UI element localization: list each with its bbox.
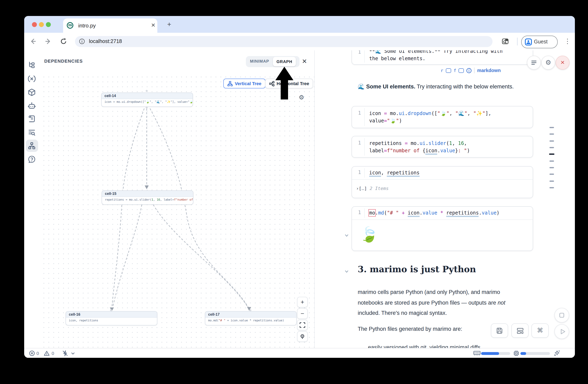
graph-node-cell-16[interactable]: cell-16 icon, repetitions <box>65 311 157 326</box>
zoom-out-button[interactable]: − <box>297 308 308 319</box>
markdown-source-cell[interactable]: 1 **🌊 Some UI elements.** Try interactin… <box>352 50 533 65</box>
autorun-disabled-icon[interactable] <box>62 350 68 357</box>
chevron-down-icon[interactable] <box>71 352 75 355</box>
traffic-zoom-button[interactable] <box>46 22 51 27</box>
node-code: icon = mo.ui.dropdown(["🍃", "🌊", "✨"], v… <box>102 99 193 104</box>
view-mode-tabs: MINIMAP GRAPH <box>246 56 299 67</box>
code-cell-momd[interactable]: 1 mo.md("# " + icon.value * repetitions.… <box>352 206 533 251</box>
browser-tab[interactable]: m intro.py ✕ <box>63 19 157 33</box>
node-title: cell-15 <box>102 191 193 197</box>
profile-button[interactable]: Guest <box>521 36 558 48</box>
shortcuts-button[interactable]: ⌘ <box>531 323 549 338</box>
shortcut-f-label: f <box>454 68 456 73</box>
toggle-r-checkbox[interactable] <box>446 68 451 73</box>
tab-search-icon[interactable] <box>502 38 509 45</box>
dependency-graph-icon[interactable] <box>27 142 36 150</box>
center-node-button[interactable] <box>297 331 308 342</box>
back-icon[interactable] <box>29 38 37 45</box>
help-icon[interactable] <box>27 155 36 164</box>
line-number: 1 <box>352 210 361 215</box>
markdown-toggle[interactable]: markdown <box>477 68 501 73</box>
cell-marker[interactable] <box>549 187 554 188</box>
variables-icon[interactable] <box>27 75 36 83</box>
logs-search-icon[interactable] <box>27 128 36 137</box>
cell-marker[interactable] <box>549 173 554 174</box>
vertical-tree-label: Vertical Tree <box>235 81 261 86</box>
cell-marker-active[interactable] <box>549 154 554 155</box>
errors-icon[interactable] <box>29 350 35 356</box>
url-bar[interactable]: localhost:2718 <box>75 36 493 47</box>
run-all-button[interactable] <box>554 324 569 339</box>
cell-output-collapsed-list: ›[…] 2 Items <box>352 179 533 199</box>
code-cell-slider[interactable]: 1 repetitions = mo.ui.slider(1, 16, labe… <box>352 136 533 158</box>
cell-code[interactable]: icon = mo.ui.dropdown(["🍃", "🌊", "✨"], v… <box>369 110 491 124</box>
traffic-close-button[interactable] <box>32 22 37 27</box>
site-info-icon[interactable] <box>79 38 85 44</box>
graph-canvas[interactable]: Vertical Tree Horizontal Tree ⚙ cell-14 … <box>39 73 314 348</box>
warnings-icon[interactable] <box>44 350 50 356</box>
interrupt-button[interactable] <box>554 308 569 323</box>
cell-marker[interactable] <box>549 160 554 161</box>
cell-code[interactable]: icon, repetitions <box>369 170 420 177</box>
browser-menu-icon[interactable]: ⋮ <box>564 37 571 45</box>
vertical-tree-icon <box>227 81 233 86</box>
section-paragraph-cut: easily versioned with git, yielding mini… <box>368 342 481 348</box>
save-button[interactable] <box>491 323 508 338</box>
notebook-menu-button[interactable] <box>527 56 541 70</box>
graph-node-cell-17[interactable]: cell-17 mo.md("# " + icon.value * repeti… <box>205 311 297 326</box>
fit-view-button[interactable] <box>297 320 308 330</box>
collapse-chevron-icon[interactable] <box>344 233 349 238</box>
cell-marker[interactable] <box>549 147 554 148</box>
markdown-output: 🌊 Some UI elements. Try interacting with… <box>358 83 514 90</box>
graph-node-cell-15[interactable]: cell-15 repetitions = mo.ui.slider(1, 16… <box>102 190 193 205</box>
section-collapse-chevron-icon[interactable] <box>344 269 349 274</box>
screen: m intro.py ✕ + localhost:2718 Guest ⋮ <box>0 0 588 384</box>
horizontal-tree-button[interactable]: Horizontal Tree <box>265 78 313 88</box>
save-icon <box>496 327 503 334</box>
info-icon[interactable] <box>466 68 472 73</box>
tab-minimap[interactable]: MINIMAP <box>250 59 269 63</box>
graph-settings-icon[interactable]: ⚙ <box>299 94 304 101</box>
cell-marker[interactable] <box>549 167 554 168</box>
status-bar: 0 0 <box>24 348 575 358</box>
para-line-1: marimo cells parse Python (and only Pyth… <box>358 289 500 295</box>
vertical-tree-button[interactable]: Vertical Tree <box>223 78 266 88</box>
zoom-in-button[interactable]: + <box>297 297 308 307</box>
para-line-3: included. There's no magical syntax. <box>358 310 447 316</box>
ai-sparkle-icon[interactable] <box>554 350 560 357</box>
tab-close-icon[interactable]: ✕ <box>150 22 157 29</box>
dependencies-header: DEPENDENCIES MINIMAP GRAPH ✕ <box>39 50 314 73</box>
toggle-f-checkbox[interactable] <box>459 68 464 73</box>
cell-marker[interactable] <box>549 181 554 182</box>
new-tab-button[interactable]: + <box>165 20 173 29</box>
tab-graph[interactable]: GRAPH <box>273 57 296 66</box>
cell-marker[interactable] <box>549 140 554 141</box>
expand-chevron[interactable]: › <box>356 186 359 191</box>
cell-code[interactable]: mo.md("# " + icon.value * repetitions.va… <box>369 210 500 217</box>
leaf-emoji-output: 🍃 <box>360 226 378 243</box>
stop-icon <box>559 313 564 318</box>
cell-marker[interactable] <box>549 127 554 128</box>
code-cell-dropdown[interactable]: 1 icon = mo.ui.dropdown(["🍃", "🌊", "✨"],… <box>352 106 533 128</box>
bracket-open: [ <box>359 186 361 191</box>
packages-icon[interactable] <box>27 88 36 96</box>
ai-assistant-icon[interactable] <box>27 101 36 110</box>
layout-toggle-button[interactable] <box>511 323 529 338</box>
dependencies-title: DEPENDENCIES <box>44 58 83 63</box>
file-tree-icon[interactable] <box>27 61 36 69</box>
notebook-settings-button[interactable]: ⚙ <box>541 56 555 70</box>
snippets-icon[interactable] <box>27 115 36 123</box>
close-panel-icon[interactable]: ✕ <box>301 58 308 65</box>
sidebar-icon-rail <box>24 50 40 348</box>
code-cell-tuple[interactable]: 1 icon, repetitions ›[…] 2 Items <box>352 166 533 198</box>
node-title: cell-16 <box>66 311 157 318</box>
cell-marker[interactable] <box>549 134 554 134</box>
gutter-divider <box>364 208 365 218</box>
shutdown-button[interactable]: × <box>556 56 569 70</box>
graph-node-cell-14[interactable]: cell-14 icon = mo.ui.dropdown(["🍃", "🌊",… <box>101 93 193 107</box>
cell-code[interactable]: repetitions = mo.ui.slider(1, 16, label=… <box>369 140 470 154</box>
forward-icon[interactable] <box>44 38 52 45</box>
reload-icon[interactable] <box>60 38 67 45</box>
cell-code[interactable]: **🌊 Some UI elements.** Try interacting … <box>369 50 503 62</box>
traffic-minimize-button[interactable] <box>39 22 44 27</box>
